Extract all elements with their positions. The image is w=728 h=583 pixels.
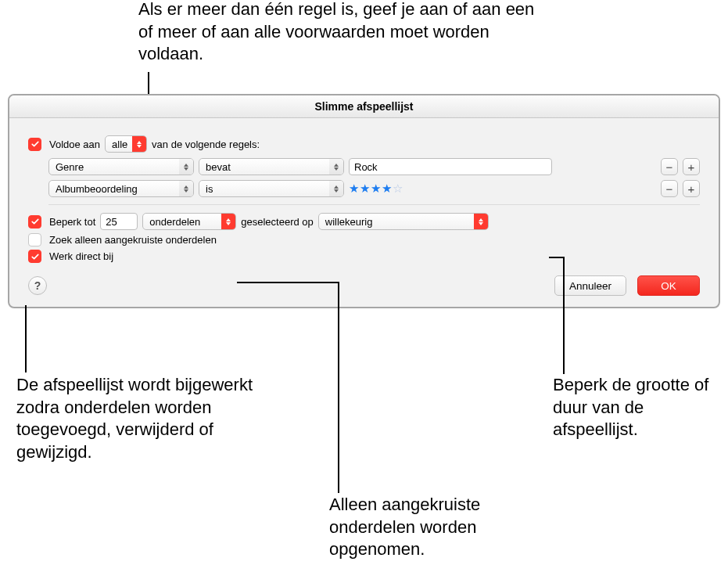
limit-method-select[interactable]: willekeurig <box>318 213 489 230</box>
match-all-select[interactable]: alle <box>105 135 147 153</box>
callout-leader <box>563 257 565 374</box>
limit-unit-select[interactable]: onderdelen <box>142 213 236 230</box>
rule-row: Albumbeoordeling is ★★★★☆ − + <box>48 178 700 200</box>
chevrons-icon <box>329 181 343 196</box>
limit-checkbox[interactable] <box>28 215 41 229</box>
rule-field-value: Albumbeoordeling <box>56 183 138 195</box>
callout-right: Beperk de grootte of duur van de afspeel… <box>553 374 721 441</box>
rule-field-select[interactable]: Albumbeoordeling <box>48 180 194 197</box>
only-checked-label: Zoek alleen aangekruiste onderdelen <box>49 234 217 246</box>
match-checkbox[interactable] <box>28 138 41 151</box>
ok-button[interactable]: OK <box>637 275 700 296</box>
rule-rating-stars[interactable]: ★★★★☆ <box>349 182 403 196</box>
only-checked-checkbox[interactable] <box>28 233 41 247</box>
callout-leader <box>549 257 563 258</box>
rule-op-select[interactable]: bevat <box>199 158 344 175</box>
rule-op-value: is <box>206 183 213 195</box>
callout-leader <box>338 282 339 493</box>
limit-unit-value: onderdelen <box>149 216 200 228</box>
limit-count-value: 25 <box>106 216 117 228</box>
match-after-label: van de volgende regels: <box>152 139 260 150</box>
limit-before-label: Beperk tot <box>49 216 95 228</box>
live-update-row: Werk direct bij <box>28 250 700 263</box>
chevrons-icon <box>132 136 146 152</box>
limit-mid-label: geselecteerd op <box>241 216 314 228</box>
limit-method-value: willekeurig <box>325 216 373 228</box>
cancel-button[interactable]: Annuleer <box>554 275 626 296</box>
chevrons-icon <box>329 159 343 175</box>
dialog-title: Slimme afspeellijst <box>9 95 719 118</box>
rule-value-input[interactable]: Rock <box>349 158 552 175</box>
rule-field-select[interactable]: Genre <box>48 158 194 175</box>
rules-area: Genre bevat Rock − + Albumbeoordeling <box>48 156 700 205</box>
remove-rule-button[interactable]: − <box>661 158 678 175</box>
limit-count-input[interactable]: 25 <box>100 213 138 230</box>
callout-left: De afspeellijst wordt bijgewerkt zodra o… <box>16 374 267 463</box>
rule-op-value: bevat <box>206 161 231 173</box>
add-rule-button[interactable]: + <box>683 180 700 197</box>
remove-rule-button[interactable]: − <box>661 180 678 197</box>
chevrons-icon <box>474 214 488 229</box>
chevrons-icon <box>179 181 193 196</box>
rule-field-value: Genre <box>56 161 84 173</box>
chevrons-icon <box>179 159 193 175</box>
rule-row: Genre bevat Rock − + <box>48 156 700 178</box>
add-rule-button[interactable]: + <box>683 158 700 175</box>
callout-leader <box>237 282 339 283</box>
match-before-label: Voldoe aan <box>49 139 100 150</box>
rule-op-select[interactable]: is <box>199 180 344 197</box>
live-update-checkbox[interactable] <box>28 250 41 263</box>
callout-bottom: Alleen aangekruiste onderdelen worden op… <box>329 494 564 561</box>
dialog-footer: ? Annuleer OK <box>28 275 700 296</box>
callout-top: Als er meer dan één regel is, geef je aa… <box>138 0 545 66</box>
help-button[interactable]: ? <box>28 276 47 295</box>
only-checked-row: Zoek alleen aangekruiste onderdelen <box>28 233 700 247</box>
rule-value-text: Rock <box>354 161 378 173</box>
live-update-label: Werk direct bij <box>49 250 113 262</box>
callout-leader <box>25 305 27 372</box>
smart-playlist-dialog: Slimme afspeellijst Voldoe aan alle van … <box>8 94 720 308</box>
limit-row: Beperk tot 25 onderdelen geselecteerd op… <box>28 213 700 230</box>
match-row: Voldoe aan alle van de volgende regels: <box>28 135 700 153</box>
match-all-select-value: alle <box>112 139 127 150</box>
chevrons-icon <box>221 214 235 229</box>
